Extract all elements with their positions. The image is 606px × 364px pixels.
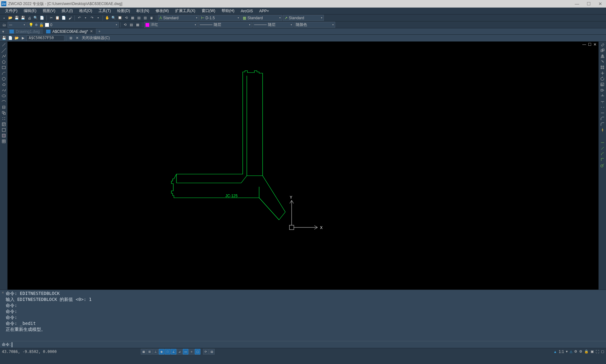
tool-palettes-icon[interactable]: ▥ [142, 15, 148, 21]
xline-tool[interactable] [1, 48, 7, 53]
dim-ord-tool[interactable] [599, 157, 606, 162]
menu-arcgis[interactable]: ArcGIS [238, 8, 256, 14]
menu-edit[interactable]: 编辑(E) [21, 8, 39, 14]
menu-modify[interactable]: 修改(M) [152, 8, 172, 14]
make-block-tool[interactable] [1, 110, 7, 115]
plot-icon[interactable]: 🖨 [27, 15, 32, 21]
trim-tool[interactable] [599, 93, 606, 98]
redo-icon[interactable]: ↷ [89, 15, 95, 21]
leader-style-dropdown[interactable]: ↗ Standard ▾ [283, 15, 324, 21]
isolate-icon[interactable]: ⛶ [596, 350, 599, 354]
new-tab-button[interactable]: ＋ [96, 29, 103, 34]
pan-icon[interactable]: ✋ [104, 15, 110, 21]
stretch-tool[interactable] [599, 88, 606, 93]
preview-icon[interactable]: 🔍 [33, 15, 39, 21]
anno-visibility-icon[interactable]: ◬ [570, 349, 572, 354]
menu-view[interactable]: 视图(V) [39, 8, 58, 14]
bedit-saveas-icon[interactable]: 📄 [8, 35, 13, 41]
layer-state-mgr-icon[interactable]: ▤ [128, 22, 134, 28]
linetype-dropdown[interactable]: 随层 ▾ [198, 22, 252, 28]
ellipse-arc-tool[interactable] [1, 99, 7, 104]
gradient-tool[interactable] [1, 127, 7, 132]
command-input[interactable]: 命令: [0, 341, 606, 348]
revcloud-tool[interactable] [1, 82, 7, 87]
layer-previous-icon[interactable]: ⟲ [122, 22, 128, 28]
cut-icon[interactable]: ✂ [48, 15, 54, 21]
dim-style-dropdown[interactable]: ⊢ D-1.5 ▾ [199, 15, 241, 21]
chamfer-tool[interactable] [599, 116, 606, 121]
color-dropdown[interactable]: 洋红 ▾ [144, 22, 198, 28]
undo-dropdown-icon[interactable]: ▾ [83, 15, 88, 21]
zoom-rt-icon[interactable]: 🔍 [111, 15, 116, 21]
doc-tab-active[interactable]: A$C63EC06AE.dwg* ✕ [43, 28, 96, 35]
copy-tool[interactable] [599, 48, 606, 53]
scale-dropdown-icon[interactable]: ▾ [566, 349, 568, 354]
erase-tool[interactable] [599, 42, 606, 47]
model-toggle[interactable]: ▢ [195, 349, 200, 355]
layer-dropdown[interactable]: 💡❄🔓 0 ▾ [27, 22, 119, 28]
break-tool[interactable] [599, 105, 606, 110]
menu-dimension[interactable]: 标注(N) [133, 8, 152, 14]
text-style-dropdown[interactable]: A Standard ▾ [158, 15, 199, 21]
menu-help[interactable]: 帮助(H) [218, 8, 238, 14]
save-icon[interactable]: 💾 [14, 15, 20, 21]
fillet-tool[interactable] [599, 122, 606, 127]
table-tool[interactable] [1, 139, 7, 144]
line-tool[interactable] [1, 42, 7, 47]
menu-draw[interactable]: 绘图(D) [114, 8, 133, 14]
clean-screen-icon[interactable]: ▢ [601, 349, 604, 354]
dim-aligned-tool[interactable] [599, 146, 606, 151]
snap-toggle[interactable]: ▦ [141, 349, 146, 355]
region-tool[interactable] [1, 133, 7, 138]
layer-iso-icon[interactable]: ▦ [135, 22, 140, 28]
block-name-field[interactable]: A$C50637F50 [27, 35, 64, 41]
join-tool[interactable] [599, 110, 606, 115]
qprops-toggle[interactable]: ▤ [209, 349, 215, 355]
point-tool[interactable] [1, 116, 7, 121]
insert-block-tool[interactable] [1, 105, 7, 110]
undo-icon[interactable]: ↶ [76, 15, 82, 21]
properties-icon[interactable]: ▦ [130, 15, 135, 21]
copy-icon[interactable]: 📋 [55, 15, 60, 21]
design-center-icon[interactable]: ▤ [136, 15, 142, 21]
osnap-toggle[interactable]: □ [165, 349, 170, 355]
mirror-tool[interactable] [599, 54, 606, 59]
bedit-close-label[interactable]: 关闭块编辑器(C) [80, 35, 111, 41]
cycle-toggle[interactable]: ⟳ [203, 349, 209, 355]
annotation-scale[interactable]: 1:1 [559, 349, 564, 354]
otrack-toggle[interactable]: ∠ [171, 349, 176, 355]
ducs-toggle[interactable]: ⊿ [177, 349, 182, 355]
circle-tool[interactable] [1, 76, 7, 81]
plotstyle-dropdown[interactable]: 随颜色 ▾ [294, 22, 335, 28]
polar-toggle[interactable]: ◉ [159, 349, 164, 355]
workspace-icon[interactable]: ⚙ [579, 349, 582, 354]
saveas-icon[interactable]: 💾 [20, 15, 26, 21]
menu-insert[interactable]: 插入(I) [58, 8, 76, 14]
array-tool[interactable] [599, 65, 606, 70]
close-button[interactable]: ✕ [598, 1, 602, 6]
zoom-window-icon[interactable]: 🔲 [117, 15, 123, 21]
coordinates-readout[interactable]: 43.7086, -9.8502, 0.0000 [2, 349, 90, 354]
lock-ui-icon[interactable]: 🔒 [584, 349, 589, 354]
bedit-test-icon[interactable]: ▶ [20, 35, 26, 41]
dim-radius-tool[interactable] [599, 163, 606, 168]
explode-tool[interactable] [599, 127, 606, 132]
menu-express[interactable]: 扩展工具(X) [172, 8, 199, 14]
scale-tool[interactable] [599, 82, 606, 87]
new-file-icon[interactable]: ▫ [1, 15, 7, 21]
dim-linear-tool[interactable] [599, 140, 606, 145]
dyn-toggle[interactable]: ▭ [183, 349, 188, 355]
drawing-canvas[interactable]: — ☐ ✕ [8, 42, 598, 290]
dim-arc-tool[interactable] [599, 151, 606, 156]
publish-icon[interactable]: 📄 [39, 15, 45, 21]
lwt-toggle[interactable]: ≡ [189, 349, 194, 355]
hardware-accel-icon[interactable]: ▣ [591, 349, 594, 354]
open-file-icon[interactable]: 📂 [8, 15, 13, 21]
bedit-save-icon[interactable]: 💾 [1, 35, 7, 41]
bedit-open-icon[interactable]: 📂 [14, 35, 20, 41]
arc-tool[interactable] [1, 71, 7, 76]
polygon-tool[interactable] [1, 59, 7, 64]
menu-tools[interactable]: 工具(T) [95, 8, 114, 14]
minimize-button[interactable]: — [575, 1, 579, 6]
move-tool[interactable] [599, 71, 606, 76]
